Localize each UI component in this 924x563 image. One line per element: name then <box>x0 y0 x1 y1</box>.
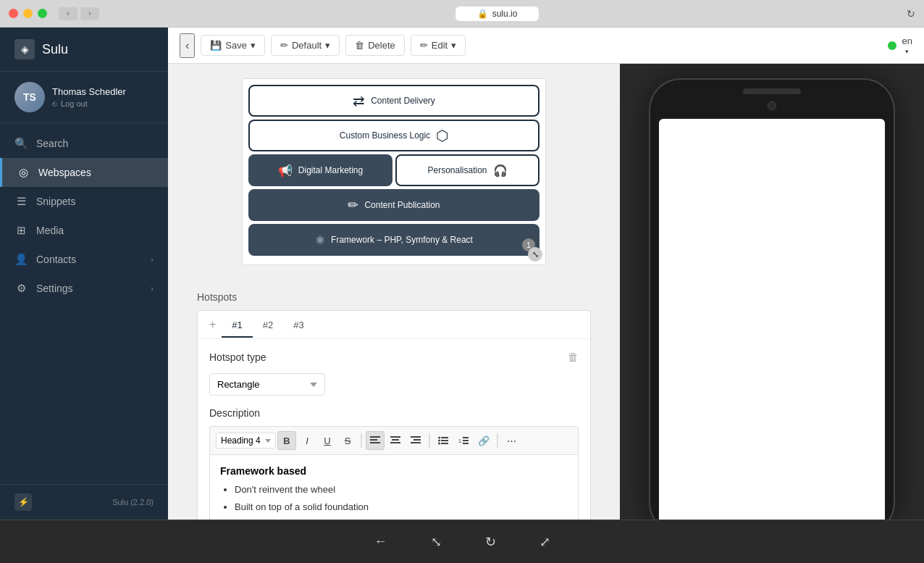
tab-hotspot-1[interactable]: #1 <box>222 312 252 338</box>
underline-button[interactable]: U <box>318 431 337 450</box>
avatar: TS <box>14 82 45 112</box>
editor-area: ‹ 💾 Save ▾ ✏ Default ▾ 🗑 Delete ✏ Edit ▾ <box>168 28 924 520</box>
back-button[interactable]: ‹ <box>59 7 77 20</box>
more-options-button[interactable]: ⋯ <box>502 431 521 450</box>
editor-toolbar: ‹ 💾 Save ▾ ✏ Default ▾ 🗑 Delete ✏ Edit ▾ <box>168 28 924 64</box>
editor-content[interactable]: Framework based Don't reinvent the wheel… <box>209 454 579 520</box>
delete-hotspot-button[interactable]: 🗑 <box>568 351 579 363</box>
separator <box>429 433 430 448</box>
svg-rect-12 <box>441 440 448 441</box>
chevron-right-icon: › <box>151 284 154 293</box>
phone-preview <box>620 64 924 520</box>
content-publication-box: ✏ Content Publication <box>248 189 539 221</box>
svg-rect-10 <box>441 437 448 438</box>
preview-open-button[interactable]: ⤢ <box>539 534 550 550</box>
edit-button[interactable]: ✏ Edit ▾ <box>411 35 466 56</box>
separator <box>497 433 498 448</box>
language-label: en <box>902 36 912 46</box>
svg-point-13 <box>438 443 440 445</box>
strikethrough-button[interactable]: S <box>338 431 357 450</box>
align-right-button[interactable] <box>406 431 425 450</box>
hotspot-content: Hotspot type 🗑 Rectangle Point Circle De… <box>198 339 590 520</box>
svg-rect-2 <box>370 442 380 443</box>
preview-resize-button[interactable]: ⤡ <box>431 534 442 550</box>
link-button[interactable]: 🔗 <box>474 431 493 450</box>
description-section: Description Heading 1 Heading 2 Heading … <box>209 407 579 520</box>
diagram-container: ⇄ Content Delivery Custom Business Logic… <box>242 78 546 265</box>
ordered-list-button[interactable]: 1. <box>454 431 473 450</box>
save-icon: 💾 <box>210 40 222 51</box>
url-display[interactable]: 🔒 sulu.io <box>455 7 539 21</box>
hotspot-type-row: Hotspot type 🗑 <box>209 351 579 363</box>
default-button[interactable]: ✏ Default ▾ <box>271 35 340 56</box>
add-hotspot-button[interactable]: + <box>203 311 222 338</box>
svg-rect-1 <box>370 439 377 441</box>
sidebar-item-snippets[interactable]: ☰ Snippets <box>0 187 168 216</box>
sidebar-item-media[interactable]: ⊞ Media <box>0 216 168 245</box>
logout-label: Log out <box>61 99 88 108</box>
webspaces-icon: ◎ <box>17 166 30 179</box>
maximize-dot[interactable] <box>38 9 47 18</box>
default-label: Default <box>292 40 322 51</box>
resize-handle[interactable]: ⤡ <box>528 247 542 262</box>
sidebar-item-label: Webspaces <box>38 167 154 178</box>
default-chevron-icon: ▾ <box>325 40 330 51</box>
minimize-dot[interactable] <box>23 9 33 18</box>
diagram-row: Custom Business Logic ⬡ <box>248 120 539 151</box>
italic-button[interactable]: I <box>298 431 316 450</box>
hotspots-title: Hotspots <box>197 291 591 303</box>
tab-hotspot-3[interactable]: #3 <box>283 312 314 338</box>
align-left-button[interactable] <box>366 431 385 450</box>
sidebar-item-settings[interactable]: ⚙ Settings › <box>0 274 168 303</box>
preview-back-button[interactable]: ← <box>374 534 387 549</box>
back-button[interactable]: ‹ <box>180 33 195 58</box>
sidebar-footer: ⚡ Sulu (2.2.0) <box>0 484 168 520</box>
framework-box: ⚛ Framework – PHP, Symfony & React 1 <box>248 224 539 256</box>
align-center-button[interactable] <box>386 431 405 450</box>
svg-rect-5 <box>390 442 400 443</box>
logout-button[interactable]: ⎋ Log out <box>52 99 154 108</box>
brand-icon-symbol: ◈ <box>21 43 29 55</box>
sidebar-brand: ◈ Sulu <box>0 28 168 72</box>
language-selector[interactable]: en ▾ <box>902 36 912 55</box>
user-section: TS Thomas Schedler ⎋ Log out <box>0 72 168 123</box>
pen-icon: ✏ <box>280 40 288 51</box>
nav-buttons: ‹ › <box>59 7 99 20</box>
hotspot-section: Hotspots + #1 #2 #3 <box>168 280 620 520</box>
svg-text:1.: 1. <box>458 438 463 443</box>
tab-1-label: #1 <box>232 320 242 330</box>
url-text: sulu.io <box>492 9 518 19</box>
preview-refresh-button[interactable]: ↻ <box>485 534 496 550</box>
sidebar-item-webspaces[interactable]: ◎ Webspaces <box>0 158 168 187</box>
window-controls <box>9 9 47 18</box>
bullet-list-button[interactable] <box>434 431 453 450</box>
personalisation-box: Personalisation 🎧 <box>395 154 539 186</box>
close-dot[interactable] <box>9 9 18 18</box>
bold-button[interactable]: B <box>277 431 296 450</box>
content-list: Don't reinvent the wheel Built on top of… <box>220 483 568 520</box>
svg-rect-3 <box>390 436 400 438</box>
sidebar: ◈ Sulu TS Thomas Schedler ⎋ Log out 🔍 Se… <box>0 28 168 520</box>
heading-select[interactable]: Heading 1 Heading 2 Heading 3 Heading 4 … <box>216 433 276 449</box>
tab-hotspot-2[interactable]: #2 <box>253 312 283 338</box>
custom-business-label: Custom Business Logic <box>340 130 430 141</box>
preview-bar: ← ⤡ ↻ ⤢ <box>0 520 924 563</box>
plugin-icon[interactable]: ⚡ <box>14 493 32 511</box>
hotspot-type-select[interactable]: Rectangle Point Circle <box>209 373 325 396</box>
sidebar-nav: 🔍 Search ◎ Webspaces ☰ Snippets ⊞ Media … <box>0 123 168 484</box>
logout-icon: ⎋ <box>52 99 57 108</box>
edit-icon: ✏ <box>420 40 428 51</box>
custom-business-logic-box: Custom Business Logic ⬡ <box>248 120 539 151</box>
phone-camera <box>768 101 776 110</box>
delete-button[interactable]: 🗑 Delete <box>345 35 405 56</box>
forward-button[interactable]: › <box>80 7 99 20</box>
sidebar-item-search[interactable]: 🔍 Search <box>0 129 168 158</box>
svg-point-11 <box>438 440 440 442</box>
sidebar-version: Sulu (2.2.0) <box>112 498 154 506</box>
save-chevron-icon: ▾ <box>251 40 256 51</box>
save-button[interactable]: 💾 Save ▾ <box>201 35 265 56</box>
refresh-button[interactable]: ↻ <box>907 8 915 20</box>
edit-label: Edit <box>432 40 448 51</box>
description-label: Description <box>209 407 579 419</box>
sidebar-item-contacts[interactable]: 👤 Contacts › <box>0 245 168 274</box>
